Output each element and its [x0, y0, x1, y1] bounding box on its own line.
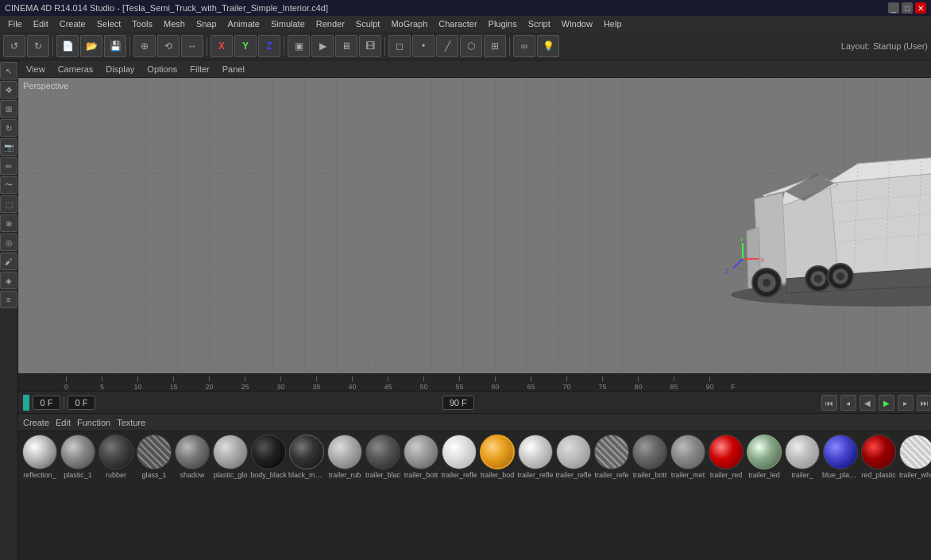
snap-button[interactable]: ∞: [513, 35, 535, 57]
camera-tool[interactable]: 📷: [0, 138, 17, 156]
mat-item-9[interactable]: trailer_blac: [365, 434, 401, 558]
menu-item-script[interactable]: Script: [523, 17, 555, 30]
next-frame-button[interactable]: ▸: [898, 395, 914, 411]
timeline-marker[interactable]: [23, 395, 29, 411]
save-button[interactable]: 💾: [104, 35, 126, 57]
goto-end-button[interactable]: ⏭: [917, 395, 932, 411]
mat-item-10[interactable]: trailer_bott: [403, 434, 439, 558]
mat-item-4[interactable]: shadow: [174, 434, 211, 558]
open-button[interactable]: 📂: [80, 35, 102, 57]
point-mode-button[interactable]: •: [412, 35, 435, 57]
mat-item-2[interactable]: rubber: [98, 434, 134, 558]
layer-tool[interactable]: ≡: [0, 291, 17, 308]
mat-item-15[interactable]: trailer_refe: [593, 434, 630, 558]
minimize-button[interactable]: _: [888, 2, 899, 14]
display-menu[interactable]: Display: [102, 64, 137, 74]
mat-item-13[interactable]: trailer_refle: [517, 434, 554, 558]
prev-frame-button[interactable]: ◂: [840, 395, 856, 411]
mat-item-1[interactable]: plastic_1: [60, 434, 96, 558]
menu-item-plugins[interactable]: Plugins: [484, 17, 522, 30]
mat-texture-button[interactable]: Texture: [117, 418, 145, 427]
menu-item-create[interactable]: Create: [55, 17, 91, 30]
mat-item-14[interactable]: trailer_refle: [555, 434, 592, 558]
mat-item-19[interactable]: trailer_led: [746, 434, 782, 558]
close-button[interactable]: ✕: [915, 2, 926, 14]
menu-item-file[interactable]: File: [3, 17, 27, 30]
rotate-tool-button[interactable]: ↔: [181, 35, 203, 57]
mat-item-18[interactable]: trailer_red: [708, 434, 744, 558]
panel-menu[interactable]: Panel: [219, 64, 248, 74]
selection-tool[interactable]: ↖: [0, 62, 17, 79]
mat-item-8[interactable]: trailer_rub: [326, 434, 363, 558]
mat-item-3[interactable]: glass_1: [136, 434, 172, 558]
view-menu[interactable]: View: [23, 64, 48, 74]
fps-input[interactable]: [442, 396, 474, 410]
magnet-tool[interactable]: ⊗: [0, 214, 17, 232]
mat-function-button[interactable]: Function: [77, 418, 110, 427]
poly-mode-button[interactable]: ⬡: [460, 35, 482, 57]
goto-start-button[interactable]: ⏮: [821, 395, 837, 411]
scale-tool-left[interactable]: ⊞: [0, 100, 17, 118]
render-region-button[interactable]: ▣: [288, 35, 310, 57]
mat-item-16[interactable]: trailer_bott: [632, 434, 668, 558]
menu-item-edit[interactable]: Edit: [29, 17, 53, 30]
mat-item-0[interactable]: reflection_: [21, 434, 58, 558]
mat-item-21[interactable]: blue_plastic: [822, 434, 859, 558]
mat-item-5[interactable]: plastic_glo: [212, 434, 249, 558]
mat-item-22[interactable]: red_plastic: [860, 434, 897, 558]
axis-x-button[interactable]: X: [211, 35, 233, 57]
menu-item-character[interactable]: Character: [434, 17, 481, 30]
menu-item-snap[interactable]: Snap: [191, 17, 222, 30]
menu-item-window[interactable]: Window: [557, 17, 597, 30]
rotate-tool-left[interactable]: ↻: [0, 119, 17, 137]
soft-sel-tool[interactable]: ◎: [0, 234, 17, 251]
axis-y-button[interactable]: Y: [234, 35, 257, 57]
scale-tool-button[interactable]: ⟲: [157, 35, 180, 57]
mat-item-20[interactable]: trailer_: [784, 434, 821, 558]
undo-button[interactable]: ↺: [3, 35, 25, 57]
mat-item-7[interactable]: black_meta: [288, 434, 325, 558]
menu-item-mograph[interactable]: MoGraph: [386, 17, 432, 30]
menu-item-help[interactable]: Help: [599, 17, 627, 30]
cameras-menu[interactable]: Cameras: [55, 64, 97, 74]
menu-item-simulate[interactable]: Simulate: [266, 17, 310, 30]
mat-item-17[interactable]: trailer_met: [670, 434, 706, 558]
move-tool-button[interactable]: ⊕: [133, 35, 156, 57]
frame-start-input[interactable]: [33, 396, 60, 410]
mat-item-11[interactable]: trailer_refle: [441, 434, 477, 558]
menu-item-render[interactable]: Render: [311, 17, 350, 30]
light-button[interactable]: 💡: [537, 35, 559, 57]
render-view-button[interactable]: 🖥: [335, 35, 357, 57]
new-button[interactable]: 📄: [56, 35, 79, 57]
menu-item-sculpt[interactable]: Sculpt: [351, 17, 385, 30]
extrude-tool[interactable]: ⬚: [0, 195, 17, 213]
uvw-mode-button[interactable]: ⊞: [484, 35, 506, 57]
sculpt-tool[interactable]: ◈: [0, 272, 17, 289]
axis-z-button[interactable]: Z: [258, 35, 280, 57]
menu-item-animate[interactable]: Animate: [223, 17, 265, 30]
play-reverse-button[interactable]: ◀: [860, 395, 875, 411]
filter-menu[interactable]: Filter: [187, 64, 212, 74]
render-to-pic-button[interactable]: 🎞: [359, 35, 381, 57]
mat-item-6[interactable]: body_black: [250, 434, 287, 558]
mat-create-button[interactable]: Create: [23, 418, 49, 427]
paint-tool[interactable]: 🖌: [0, 253, 17, 270]
mat-item-12[interactable]: trailer_bod: [479, 434, 516, 558]
move-tool[interactable]: ✥: [0, 81, 17, 98]
object-mode-button[interactable]: ◻: [388, 35, 411, 57]
menu-item-tools[interactable]: Tools: [127, 17, 157, 30]
edge-mode-button[interactable]: ╱: [436, 35, 458, 57]
play-button[interactable]: ▶: [879, 395, 894, 411]
options-menu[interactable]: Options: [144, 64, 180, 74]
3d-viewport[interactable]: Perspective: [18, 78, 931, 373]
render-button[interactable]: ▶: [311, 35, 334, 57]
mat-edit-button[interactable]: Edit: [56, 418, 71, 427]
mat-item-23[interactable]: trailer_whe: [898, 434, 931, 558]
maximize-button[interactable]: □: [902, 2, 913, 14]
spline-tool[interactable]: 〜: [0, 176, 17, 194]
frame-current-input[interactable]: [68, 396, 95, 410]
menu-item-select[interactable]: Select: [92, 17, 126, 30]
menu-item-mesh[interactable]: Mesh: [159, 17, 190, 30]
redo-button[interactable]: ↻: [27, 35, 49, 57]
pen-tool[interactable]: ✏: [0, 157, 17, 175]
